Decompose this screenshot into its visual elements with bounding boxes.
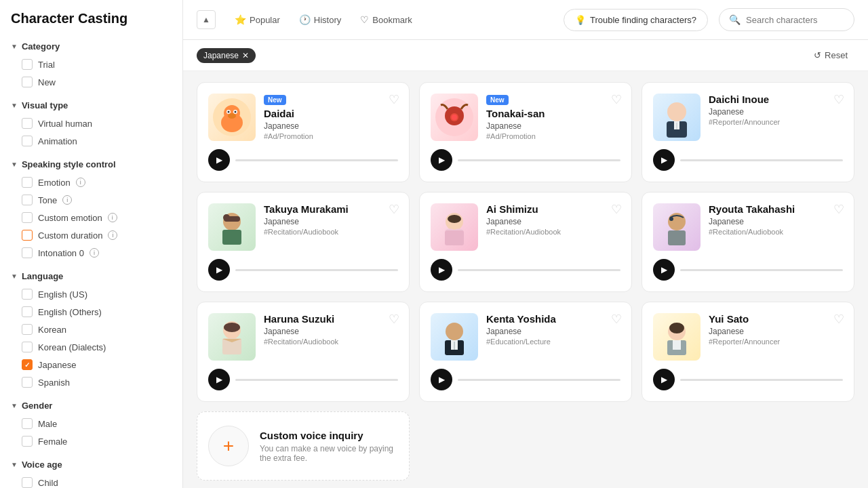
- inquiry-title: Custom voice inquiry: [260, 430, 398, 441]
- checkbox-custom-emotion[interactable]: [22, 212, 33, 223]
- info-icon-tone[interactable]: i: [62, 195, 72, 205]
- progress-bar-kenta-yoshida: [458, 379, 620, 381]
- character-card-tonakai-san[interactable]: New Tonakai-san Japanese #Ad/Promotion ♡…: [419, 82, 632, 182]
- checkbox-japanese[interactable]: [22, 359, 33, 370]
- play-button-yui-sato[interactable]: ▶: [653, 369, 675, 390]
- filter-section-visual-type: ▼ Visual typeVirtual humanAnimation: [0, 96, 182, 150]
- info-icon-custom-duration[interactable]: i: [108, 230, 117, 240]
- checkbox-korean[interactable]: [22, 324, 33, 335]
- char-name-ryouta-takahashi: Ryouta Takahashi: [709, 203, 843, 215]
- favorite-button-takuya-murakami[interactable]: ♡: [389, 202, 399, 217]
- favorite-button-ai-shimizu[interactable]: ♡: [611, 202, 622, 217]
- filter-item-animation[interactable]: Animation: [0, 132, 182, 150]
- checkbox-animation[interactable]: [22, 136, 33, 146]
- filter-item-intonation[interactable]: Intonation 0i: [0, 244, 182, 262]
- favorite-button-kenta-yoshida[interactable]: ♡: [611, 312, 622, 327]
- filter-item-female[interactable]: Female: [0, 432, 182, 450]
- checkbox-english-us[interactable]: [22, 289, 33, 300]
- filter-header-gender[interactable]: ▼ Gender: [0, 396, 182, 415]
- info-icon-custom-emotion[interactable]: i: [108, 213, 117, 222]
- character-card-kenta-yoshida[interactable]: Kenta Yoshida Japanese #Education/Lectur…: [419, 302, 632, 402]
- favorite-button-haruna-suzuki[interactable]: ♡: [389, 312, 399, 327]
- filter-item-male[interactable]: Male: [0, 415, 182, 432]
- favorite-button-ryouta-takahashi[interactable]: ♡: [833, 202, 844, 217]
- filter-header-category[interactable]: ▼ Category: [0, 37, 182, 56]
- filter-header-visual-type[interactable]: ▼ Visual type: [0, 96, 182, 115]
- filter-item-trial[interactable]: Trial: [0, 56, 182, 73]
- progress-bar-tonakai-san: [458, 159, 620, 161]
- checkbox-intonation[interactable]: [22, 247, 33, 258]
- checkbox-emotion[interactable]: [22, 177, 33, 188]
- play-button-ryouta-takahashi[interactable]: ▶: [653, 259, 675, 281]
- svg-rect-17: [222, 230, 241, 245]
- filter-item-korean-dialects[interactable]: Korean (Dialects): [0, 338, 182, 356]
- favorite-button-tonakai-san[interactable]: ♡: [611, 92, 622, 107]
- custom-voice-inquiry-card[interactable]: + Custom voice inquiry You can make a ne…: [197, 411, 410, 481]
- play-button-daichi-inoue[interactable]: ▶: [653, 149, 675, 171]
- search-input[interactable]: [746, 15, 844, 25]
- checkbox-child[interactable]: [22, 477, 33, 488]
- filter-header-speaking-style[interactable]: ▼ Speaking style control: [0, 155, 182, 174]
- filter-item-tone[interactable]: Tonei: [0, 191, 182, 209]
- character-card-takuya-murakami[interactable]: Takuya Murakami Japanese #Recitation/Aud…: [197, 192, 410, 292]
- info-icon-emotion[interactable]: i: [76, 178, 85, 187]
- play-button-tonakai-san[interactable]: ▶: [431, 149, 452, 171]
- progress-bar-haruna-suzuki: [235, 379, 398, 381]
- tab-popular[interactable]: ⭐Popular: [226, 10, 288, 29]
- checkbox-korean-dialects[interactable]: [22, 342, 33, 352]
- filter-item-japanese[interactable]: Japanese: [0, 356, 182, 373]
- filter-header-language[interactable]: ▼ Language: [0, 267, 182, 285]
- trouble-button[interactable]: 💡 Trouble finding characters?: [564, 9, 708, 31]
- checkbox-new[interactable]: [22, 77, 33, 87]
- filter-item-virtual-human[interactable]: Virtual human: [0, 115, 182, 132]
- play-button-daidai[interactable]: ▶: [208, 149, 230, 171]
- play-button-kenta-yoshida[interactable]: ▶: [431, 369, 452, 390]
- character-card-haruna-suzuki[interactable]: Haruna Suzuki Japanese #Recitation/Audio…: [197, 302, 410, 402]
- filter-item-english-us[interactable]: English (US): [0, 285, 182, 303]
- filter-item-new[interactable]: New: [0, 73, 182, 91]
- favorite-button-yui-sato[interactable]: ♡: [833, 312, 844, 327]
- new-badge-tonakai-san: New: [486, 95, 509, 105]
- checkbox-virtual-human[interactable]: [22, 118, 33, 129]
- play-row-kenta-yoshida: ▶: [431, 369, 620, 390]
- play-button-ai-shimizu[interactable]: ▶: [431, 259, 452, 281]
- checkbox-tone[interactable]: [22, 195, 33, 205]
- character-card-ryouta-takahashi[interactable]: Ryouta Takahashi Japanese #Recitation/Au…: [642, 192, 854, 292]
- collapse-sidebar-button[interactable]: ▲: [197, 10, 216, 29]
- checkbox-trial[interactable]: [22, 59, 33, 70]
- filter-label-tone: Tone: [38, 195, 57, 205]
- character-card-daidai[interactable]: New Daidai Japanese #Ad/Promotion ♡ ▶: [197, 82, 410, 182]
- play-button-takuya-murakami[interactable]: ▶: [208, 259, 230, 281]
- filter-item-custom-emotion[interactable]: Custom emotioni: [0, 209, 182, 226]
- tab-history[interactable]: 🕐History: [291, 10, 349, 29]
- filter-item-emotion[interactable]: Emotioni: [0, 174, 182, 191]
- character-card-daichi-inoue[interactable]: Daichi Inoue Japanese #Reporter/Announce…: [642, 82, 854, 182]
- checkbox-spanish[interactable]: [22, 377, 33, 388]
- char-info-kenta-yoshida: Kenta Yoshida Japanese #Education/Lectur…: [486, 313, 620, 346]
- filter-item-korean[interactable]: Korean: [0, 321, 182, 338]
- checkbox-male[interactable]: [22, 418, 33, 429]
- tab-bookmark[interactable]: ♡Bookmark: [352, 10, 420, 29]
- play-button-haruna-suzuki[interactable]: ▶: [208, 369, 230, 390]
- favorite-button-daichi-inoue[interactable]: ♡: [833, 92, 844, 107]
- character-card-yui-sato[interactable]: Yui Sato Japanese #Reporter/Announcer ♡ …: [642, 302, 854, 402]
- char-tags-haruna-suzuki: #Recitation/Audiobook: [264, 338, 398, 346]
- char-tags-daidai: #Ad/Promotion: [264, 132, 398, 140]
- character-card-ai-shimizu[interactable]: Ai Shimizu Japanese #Recitation/Audioboo…: [419, 192, 632, 292]
- filter-tag-label-japanese-tag: Japanese: [203, 51, 239, 60]
- checkbox-female[interactable]: [22, 436, 33, 447]
- filter-tag-close-japanese-tag[interactable]: ✕: [242, 51, 249, 60]
- checkbox-custom-duration[interactable]: [22, 230, 33, 241]
- play-row-daichi-inoue: ▶: [653, 149, 843, 171]
- filter-header-voice-age[interactable]: ▼ Voice age: [0, 455, 182, 474]
- filter-item-custom-duration[interactable]: Custom durationi: [0, 226, 182, 244]
- info-icon-intonation[interactable]: i: [90, 248, 99, 258]
- favorite-button-daidai[interactable]: ♡: [389, 92, 399, 107]
- checkbox-english-others[interactable]: [22, 306, 33, 317]
- filter-label-animation: Animation: [38, 136, 77, 146]
- filter-item-child[interactable]: Child: [0, 474, 182, 488]
- filter-item-english-others[interactable]: English (Others): [0, 303, 182, 321]
- reset-button[interactable]: ↺Reset: [807, 47, 854, 64]
- filter-item-spanish[interactable]: Spanish: [0, 373, 182, 391]
- inquiry-subtitle: You can make a new voice by paying the e…: [260, 444, 398, 463]
